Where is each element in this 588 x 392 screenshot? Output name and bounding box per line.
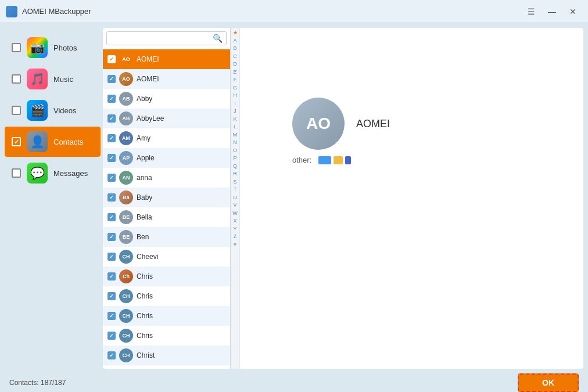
sidebar-item-contacts[interactable]: 👤 Contacts — [5, 127, 101, 157]
contact-item-13[interactable]: CH Chris — [103, 286, 230, 306]
search-input[interactable] — [110, 34, 213, 42]
sidebar-item-videos[interactable]: 🎬 Videos — [5, 95, 101, 125]
search-input-wrap[interactable]: 🔍 — [106, 31, 227, 45]
contact-avatar-6: AP — [119, 151, 133, 165]
minimize-button[interactable]: — — [543, 3, 561, 20]
alpha-U[interactable]: U — [233, 194, 237, 202]
contact-check-4[interactable] — [107, 114, 116, 123]
contact-item-3[interactable]: AB Abby — [103, 89, 230, 109]
music-icon: 🎵 — [27, 69, 48, 89]
sidebar-label-messages: Messages — [53, 169, 88, 178]
alpha-Y[interactable]: Y — [233, 225, 236, 233]
messages-checkbox[interactable] — [12, 168, 21, 178]
contact-check-12[interactable] — [107, 272, 116, 280]
contact-avatar-5: AM — [119, 131, 133, 145]
alpha-F[interactable]: F — [234, 76, 237, 84]
alpha-X[interactable]: X — [233, 217, 236, 225]
contact-item-16[interactable]: CH Christ — [103, 346, 230, 365]
check-icon-2 — [107, 75, 116, 83]
alpha-N[interactable]: N — [233, 139, 237, 147]
alpha-V[interactable]: V — [233, 202, 236, 210]
contacts-checkbox[interactable] — [12, 137, 21, 146]
other-row: other: — [292, 156, 351, 164]
menu-button[interactable]: ☰ — [522, 3, 540, 20]
contact-check-9[interactable] — [107, 213, 116, 221]
contact-item-12[interactable]: Ch Chris — [103, 267, 230, 286]
close-button[interactable]: ✕ — [564, 3, 582, 20]
contact-check-10[interactable] — [107, 233, 116, 241]
alpha-S[interactable]: S — [233, 178, 236, 186]
contact-item-2[interactable]: AO AOMEI — [103, 69, 230, 89]
sidebar-item-messages[interactable]: 💬 Messages — [5, 158, 101, 188]
alpha-B[interactable]: B — [233, 45, 236, 53]
contact-avatar-4: AB — [119, 112, 133, 125]
photos-checkbox[interactable] — [12, 43, 21, 52]
contact-item-7[interactable]: AN anna — [103, 168, 230, 188]
color-bars — [318, 156, 351, 164]
alpha-hash[interactable]: # — [234, 241, 236, 249]
alpha-index: ★ A B C D E F G H I J K L M N O P Q R S … — [231, 28, 240, 369]
search-icon[interactable]: 🔍 — [213, 34, 223, 43]
alpha-H[interactable]: H — [233, 92, 237, 100]
alpha-Q[interactable]: Q — [233, 163, 237, 171]
contact-item-1[interactable]: AO AOMEI — [103, 49, 230, 69]
alpha-E[interactable]: E — [233, 69, 236, 77]
alpha-G[interactable]: G — [233, 84, 237, 92]
contact-avatar-1: AO — [119, 52, 133, 66]
title-bar-controls: ☰ — ✕ — [522, 3, 582, 20]
contact-check-15[interactable] — [107, 332, 116, 340]
alpha-L[interactable]: L — [234, 123, 236, 131]
contact-item-10[interactable]: BE Ben — [103, 227, 230, 247]
alpha-Z[interactable]: Z — [234, 233, 237, 241]
contact-check-14[interactable] — [107, 312, 116, 320]
app-logo-icon — [6, 6, 17, 17]
contact-check-2[interactable] — [107, 75, 116, 83]
contact-item-15[interactable]: CH Chris — [103, 326, 230, 346]
music-checkbox[interactable] — [12, 74, 21, 84]
contact-item-8[interactable]: Ba Baby — [103, 188, 230, 207]
alpha-W[interactable]: W — [232, 210, 238, 218]
alpha-J[interactable]: J — [234, 107, 236, 116]
ok-button[interactable]: OK — [518, 373, 579, 392]
alpha-P[interactable]: P — [233, 154, 236, 163]
contact-item-5[interactable]: AM Amy — [103, 128, 230, 148]
contact-avatar-7: AN — [119, 171, 133, 185]
sidebar-item-music[interactable]: 🎵 Music — [5, 64, 101, 94]
contact-name-16: Christ — [137, 351, 225, 359]
contact-item-6[interactable]: AP Apple — [103, 148, 230, 168]
contact-check-3[interactable] — [107, 95, 116, 103]
contact-avatar-13: CH — [119, 289, 133, 303]
alpha-I[interactable]: I — [234, 100, 236, 108]
check-icon-9 — [107, 213, 116, 221]
contact-check-8[interactable] — [107, 193, 116, 202]
contact-name-13: Chris — [137, 292, 225, 300]
contact-check-16[interactable] — [107, 351, 116, 359]
contact-check-7[interactable] — [107, 174, 116, 182]
alpha-O[interactable]: O — [233, 147, 237, 155]
contact-item-9[interactable]: BE Bella — [103, 207, 230, 227]
contact-check-5[interactable] — [107, 134, 116, 142]
alpha-T[interactable]: T — [234, 186, 237, 194]
color-bar-1 — [318, 156, 331, 164]
videos-checkbox[interactable] — [12, 106, 21, 115]
contact-item-11[interactable]: CH Cheevi — [103, 247, 230, 267]
photos-icon: 📷 — [27, 37, 48, 58]
contact-check-1[interactable] — [107, 55, 116, 63]
alpha-K[interactable]: K — [233, 116, 236, 124]
contact-check-6[interactable] — [107, 154, 116, 162]
contact-item-14[interactable]: CH Chris — [103, 306, 230, 326]
detail-avatar: AO — [292, 98, 345, 150]
alpha-D[interactable]: D — [233, 60, 237, 69]
alpha-C[interactable]: C — [233, 53, 237, 61]
contact-item-4[interactable]: AB AbbyLee — [103, 109, 230, 128]
contact-check-11[interactable] — [107, 253, 116, 261]
alpha-star[interactable]: ★ — [233, 29, 238, 37]
detail-content: AO AOMEI — [292, 98, 583, 150]
alpha-M[interactable]: M — [233, 131, 238, 139]
check-icon-7 — [107, 174, 116, 182]
contact-name-11: Cheevi — [137, 253, 225, 261]
sidebar-item-photos[interactable]: 📷 Photos — [5, 33, 101, 63]
alpha-R[interactable]: R — [233, 170, 237, 178]
contact-check-13[interactable] — [107, 292, 116, 300]
alpha-A[interactable]: A — [233, 37, 236, 45]
